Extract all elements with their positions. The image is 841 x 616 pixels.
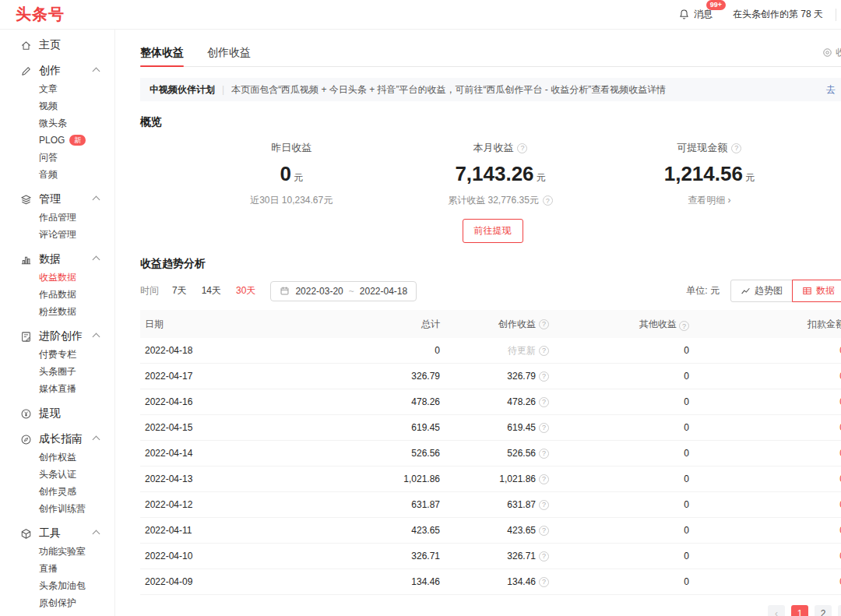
range-option[interactable]: 30天: [236, 284, 255, 297]
page-button[interactable]: 3: [838, 605, 841, 616]
page-button[interactable]: 2: [815, 605, 832, 616]
withdraw-button[interactable]: 前往提现: [463, 219, 523, 243]
chevron-up-icon[interactable]: [93, 435, 100, 443]
sidebar-item-label: 收益数据: [39, 271, 76, 284]
sidebar-group-row[interactable]: 工具: [0, 524, 114, 543]
notice-title: 中视频伙伴计划: [150, 83, 215, 97]
sidebar-item[interactable]: 创作灵感: [0, 483, 114, 500]
cell-total: 423.65: [374, 525, 440, 536]
cell-date: 2022-04-10: [140, 551, 374, 561]
trend-chart-button[interactable]: 趋势图: [730, 280, 793, 302]
cell-creation-revenue: 619.45: [440, 422, 549, 433]
range-option[interactable]: 7天: [172, 284, 187, 297]
sidebar-group-label: 创作: [39, 64, 61, 78]
revenue-help-label: 收: [836, 46, 841, 59]
sidebar-item[interactable]: 媒体直播: [0, 380, 114, 397]
sidebar-item[interactable]: 问答: [0, 149, 114, 166]
sidebar-group-row[interactable]: 成长指南: [0, 430, 114, 449]
sidebar-item[interactable]: 评论管理: [0, 226, 114, 243]
help-icon[interactable]: [539, 319, 549, 329]
cell-total: 326.79: [374, 371, 440, 382]
time-filter-label: 时间: [140, 284, 159, 297]
chevron-up-icon[interactable]: [93, 255, 100, 263]
table-row: 2022-04-10326.71326.7100: [140, 544, 841, 569]
stat-sub: 近30日 10,234.67元: [187, 194, 396, 207]
stat-label: 本月收益: [473, 141, 513, 155]
help-icon[interactable]: [539, 346, 549, 356]
sidebar-group-row[interactable]: 提现: [0, 404, 114, 423]
tab-overall-revenue[interactable]: 整体收益: [140, 39, 184, 66]
sidebar-item[interactable]: 创作权益: [0, 449, 114, 466]
sidebar-item[interactable]: 创作训练营: [0, 500, 114, 517]
cell-other-revenue: 0: [549, 551, 689, 561]
page-button[interactable]: 1: [791, 605, 808, 616]
tab-creation-revenue[interactable]: 创作收益: [207, 39, 251, 66]
sidebar-item[interactable]: PLOG新: [0, 132, 114, 149]
home-icon: [20, 40, 32, 51]
range-option[interactable]: 14天: [202, 284, 221, 297]
sidebar-group-row[interactable]: 数据: [0, 250, 114, 269]
help-icon[interactable]: [539, 500, 549, 510]
help-icon[interactable]: [543, 195, 553, 206]
cell-deduction: 0: [689, 371, 841, 382]
view-details-link[interactable]: 查看明细 ›: [605, 194, 814, 207]
help-icon[interactable]: [679, 321, 689, 331]
stat-yesterday-revenue: 昨日收益 0元 近30日 10,234.67元: [187, 141, 396, 207]
sidebar-item[interactable]: 付费专栏: [0, 346, 114, 363]
sidebar-item[interactable]: 头条认证: [0, 466, 114, 483]
sidebar-item[interactable]: 微头条: [0, 114, 114, 132]
help-icon[interactable]: [539, 423, 549, 433]
help-icon[interactable]: [731, 143, 741, 153]
chevron-up-icon[interactable]: [93, 530, 100, 537]
sidebar-item[interactable]: 功能实验室: [0, 543, 114, 560]
bar-chart-icon: [20, 254, 32, 266]
help-icon[interactable]: [517, 143, 527, 153]
revenue-help-link[interactable]: 收: [822, 46, 841, 59]
prev-page-button[interactable]: ‹: [768, 605, 785, 616]
sidebar-group-row[interactable]: 创作: [0, 62, 114, 80]
sidebar-item[interactable]: 文章: [0, 80, 114, 97]
help-icon[interactable]: [539, 397, 549, 407]
cell-other-revenue: 0: [549, 422, 689, 433]
cell-deduction: 0: [689, 525, 841, 536]
cell-deduction: 0: [689, 576, 841, 587]
sidebar-item[interactable]: 头条加油包: [0, 577, 114, 594]
help-icon[interactable]: [539, 551, 549, 561]
help-icon[interactable]: [539, 474, 549, 484]
calendar-icon: [280, 286, 290, 296]
sidebar-item[interactable]: 作品数据: [0, 286, 114, 303]
sidebar-item[interactable]: 头条圈子: [0, 363, 114, 380]
messages-button[interactable]: 消息 99+: [678, 8, 713, 21]
chevron-up-icon[interactable]: [93, 333, 100, 340]
sidebar-group-label: 进阶创作: [39, 329, 83, 343]
sidebar-item[interactable]: 粉丝数据: [0, 303, 114, 320]
sidebar-group-row[interactable]: 主页: [0, 36, 114, 55]
cell-creation-revenue: 423.65: [440, 525, 549, 536]
date-range-picker[interactable]: 2022-03-20 ~ 2022-04-18: [270, 281, 417, 301]
notice-text: 本页面包含“西瓜视频 + 今日头条 + 抖音”平台的收益，可前往“西瓜创作平台 …: [231, 83, 666, 97]
chevron-up-icon[interactable]: [93, 67, 100, 75]
sidebar-group-row[interactable]: 管理: [0, 190, 114, 209]
data-table-button[interactable]: 数据: [792, 280, 841, 302]
chevron-up-icon[interactable]: [93, 195, 100, 203]
sidebar-item[interactable]: 音频: [0, 166, 114, 183]
help-icon[interactable]: [539, 526, 549, 536]
help-icon[interactable]: [539, 577, 549, 587]
date-end: 2022-04-18: [360, 286, 407, 297]
sidebar-item-label: 直播: [39, 562, 58, 576]
pagination: ‹ 123: [140, 605, 841, 616]
date-start: 2022-03-20: [295, 286, 343, 297]
sidebar-item[interactable]: 直播: [0, 560, 114, 577]
sidebar-item[interactable]: 收益数据: [0, 269, 114, 286]
sidebar-item[interactable]: 作品管理: [0, 209, 114, 226]
notice-go-link[interactable]: 去: [817, 83, 836, 97]
sidebar-group-row[interactable]: 进阶创作: [0, 327, 114, 346]
help-icon[interactable]: [539, 371, 549, 382]
table-row: 2022-04-17326.79326.7900: [140, 364, 841, 389]
sidebar-item[interactable]: 原创保护: [0, 594, 114, 611]
sidebar-item-label: 创作权益: [39, 451, 76, 464]
trend-right-controls: 单位: 元 趋势图 数据: [686, 280, 841, 302]
help-icon[interactable]: [539, 449, 549, 459]
cell-total: 134.46: [374, 576, 440, 587]
sidebar-item[interactable]: 视频: [0, 97, 114, 114]
